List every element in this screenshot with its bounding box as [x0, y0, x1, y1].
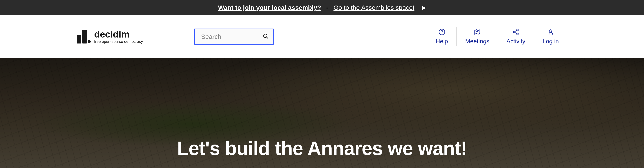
nav-help[interactable]: Help — [427, 25, 456, 48]
nav-login[interactable]: Log in — [534, 25, 567, 48]
announcement-divider: - — [326, 4, 328, 11]
search-input[interactable] — [194, 29, 274, 45]
nav-meetings[interactable]: Meetings — [456, 25, 498, 48]
nav-meetings-label: Meetings — [465, 38, 490, 45]
svg-point-6 — [517, 29, 518, 31]
svg-point-11 — [550, 30, 552, 32]
user-icon — [547, 29, 554, 35]
svg-line-10 — [515, 31, 517, 32]
svg-point-5 — [477, 31, 478, 32]
nav-activity-label: Activity — [506, 38, 526, 45]
hero-section: Let's build the Annares we want! — [0, 58, 644, 168]
announcement-question-link[interactable]: Want to join your local assembly? — [218, 4, 321, 11]
nav-activity[interactable]: Activity — [498, 25, 534, 48]
search-container — [194, 29, 274, 45]
logo-link[interactable]: decidim free open-source democracy — [77, 30, 143, 44]
main-header: decidim free open-source democracy Help — [0, 15, 644, 58]
play-icon[interactable]: ▶ — [422, 5, 426, 11]
activity-icon — [512, 29, 519, 35]
help-icon — [438, 29, 445, 35]
announcement-cta-link[interactable]: Go to the Assemblies space! — [334, 4, 414, 11]
logo-name: decidim — [94, 30, 143, 39]
nav-login-label: Log in — [543, 38, 559, 45]
map-pin-icon — [474, 29, 481, 35]
nav-help-label: Help — [436, 38, 448, 45]
svg-point-8 — [517, 33, 518, 35]
logo-mark — [77, 30, 91, 44]
announcement-bar: Want to join your local assembly? - Go t… — [0, 0, 644, 15]
hero-title: Let's build the Annares we want! — [177, 137, 467, 159]
logo-tagline: free open-source democracy — [94, 40, 143, 44]
nav-items: Help Meetings — [427, 25, 567, 48]
svg-line-9 — [515, 32, 517, 34]
svg-point-7 — [513, 31, 515, 33]
